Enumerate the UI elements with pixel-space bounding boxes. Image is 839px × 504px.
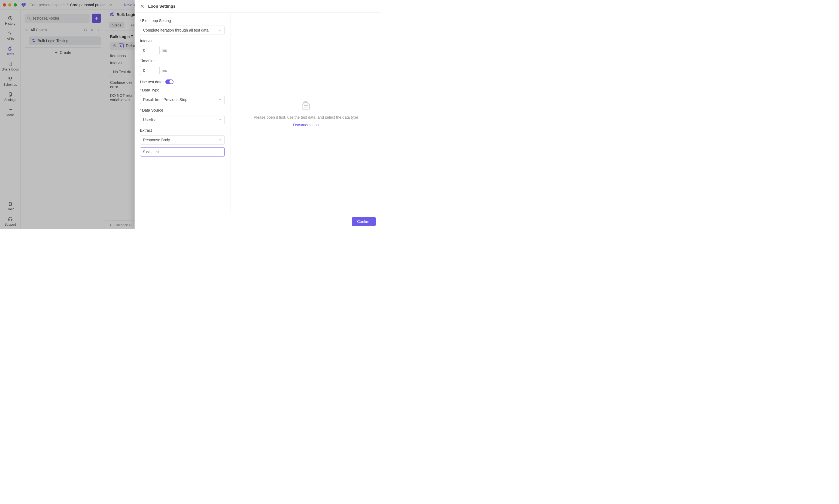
data-type-label: *Data Type xyxy=(140,88,225,92)
timeout-label: TimeOut xyxy=(140,59,225,63)
data-source-select[interactable]: Userlist xyxy=(140,115,225,124)
extract-value: Response Body xyxy=(143,138,170,142)
data-source-label: *Data Source xyxy=(140,108,225,112)
chevron-down-icon xyxy=(218,138,222,142)
interval-input[interactable] xyxy=(140,46,160,55)
document-icon xyxy=(299,99,312,112)
timeout-input[interactable] xyxy=(140,66,160,75)
interval-label: Interval xyxy=(140,39,225,43)
data-type-value: Result from Previous Step xyxy=(143,97,187,102)
chevron-down-icon xyxy=(218,28,222,32)
exit-loop-select[interactable]: Complete iteration through all test data xyxy=(140,25,225,35)
extract-label: Extract xyxy=(140,128,225,132)
hint-text: Please open it first, use the test data,… xyxy=(254,115,358,120)
data-type-select[interactable]: Result from Previous Step xyxy=(140,95,225,104)
panel-title: Loop Settings xyxy=(148,4,175,8)
documentation-link[interactable]: Documentation xyxy=(293,123,319,127)
svg-rect-31 xyxy=(302,104,310,109)
exit-loop-value: Complete iteration through all test data xyxy=(143,28,208,32)
chevron-down-icon xyxy=(218,118,222,122)
confirm-button[interactable]: Confirm xyxy=(352,217,376,226)
close-icon[interactable] xyxy=(140,4,144,8)
loop-settings-form: *Exit Loop Setting Complete iteration th… xyxy=(135,13,230,214)
data-source-value: Userlist xyxy=(143,118,156,122)
use-test-data-toggle[interactable] xyxy=(165,79,173,84)
timeout-unit: ms xyxy=(162,68,167,73)
info-panel: Please open it first, use the test data,… xyxy=(230,13,381,214)
jsonpath-input[interactable] xyxy=(140,147,225,157)
loop-settings-panel: Loop Settings *Exit Loop Setting Complet… xyxy=(135,0,381,229)
extract-select[interactable]: Response Body xyxy=(140,135,225,144)
exit-loop-label: *Exit Loop Setting xyxy=(140,18,225,23)
chevron-down-icon xyxy=(218,98,222,102)
interval-unit: ms xyxy=(162,48,167,53)
use-test-data-label: Use test data xyxy=(140,80,162,84)
